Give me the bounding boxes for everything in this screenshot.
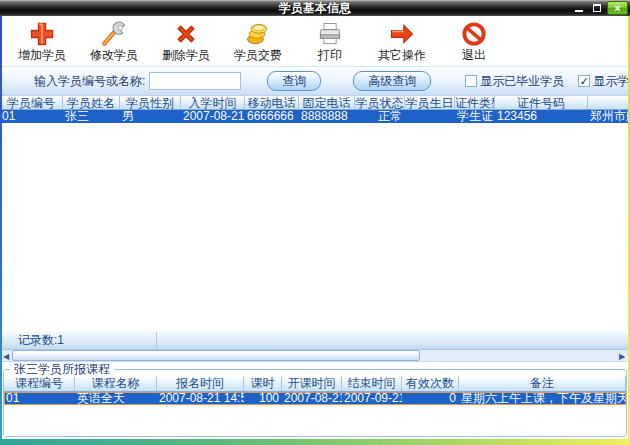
students-table-body[interactable] (0, 123, 630, 331)
record-count-bar: 记录数:1 (0, 331, 630, 350)
toolbar-label: 退出 (462, 48, 486, 62)
cell-course-name: 英语全天 (75, 392, 157, 405)
window-bottom-border (0, 439, 630, 445)
cell-remark: 星期六上午上课，下午及星期天休息 (459, 392, 626, 405)
column-header[interactable]: 学员生日 (405, 96, 455, 109)
student-search-input[interactable] (149, 72, 241, 90)
column-header[interactable]: 固定电话 (299, 96, 355, 109)
cell-id-type: 学生证 (455, 110, 495, 123)
close-button[interactable]: × (607, 1, 628, 15)
maximize-button[interactable] (589, 2, 604, 15)
column-header[interactable]: 学员状态 (355, 96, 405, 109)
column-header[interactable]: 课程编号 (4, 376, 75, 391)
cell-student-id: 01 (0, 110, 63, 123)
cell-address: 郑州市航海 (588, 110, 630, 123)
cell-course-id: 01 (4, 392, 75, 405)
checkbox-label: 显示学员所报课程 (593, 73, 630, 90)
toolbar-label: 修改学员 (90, 48, 138, 62)
column-header[interactable]: 课程名称 (75, 376, 157, 391)
search-bar: 输入学员编号或名称: 查询 高级查询 显示已毕业学员 ✓ 显示学员所报课程 (0, 66, 630, 95)
edit-student-button[interactable]: 修改学员 (86, 20, 142, 62)
cell-start-date: 2007-08-21 (282, 392, 342, 405)
column-header[interactable]: 报名时间 (157, 376, 244, 391)
add-plus-icon (27, 20, 57, 48)
cell-status: 正常 (355, 110, 405, 123)
delete-x-icon (171, 20, 201, 48)
column-header[interactable]: 有效次数 (402, 376, 459, 391)
column-header[interactable]: 证件类型 (455, 96, 495, 109)
cell-enroll-date: 2007-08-21 (181, 110, 245, 123)
column-header[interactable]: 课时 (244, 376, 282, 391)
column-header[interactable]: 开课时间 (282, 376, 342, 391)
no-entry-icon (459, 20, 489, 48)
toolbar-label: 打印 (318, 48, 342, 62)
toolbar-label: 删除学员 (162, 48, 210, 62)
column-header[interactable]: 证件号码 (495, 96, 588, 109)
column-header[interactable]: 学员编号 (0, 96, 63, 109)
minimize-button[interactable] (571, 2, 586, 15)
toolbar-label: 学员交费 (234, 48, 282, 62)
column-header[interactable]: 学员性别 (120, 96, 181, 109)
advanced-query-button[interactable]: 高级查询 (353, 71, 431, 91)
show-courses-checkbox[interactable]: ✓ 显示学员所报课程 (578, 73, 630, 90)
window-title: 学员基本信息 (279, 0, 351, 16)
students-table-header: 学员编号 学员姓名 学员性别 入学时间 移动电话 固定电话 学员状态 学员生日 … (0, 95, 630, 110)
scrollbar-thumb[interactable] (12, 350, 420, 361)
cell-gender: 男 (120, 110, 181, 123)
print-button[interactable]: 打印 (302, 20, 358, 62)
other-operations-button[interactable]: 其它操作 (374, 20, 430, 62)
cell-end-date: 2007-09-21 (342, 392, 402, 405)
toolbar: 增加学员 修改学员 删除学员 学员交费 打印 (0, 16, 630, 66)
cell-mobile: 6666666 (245, 110, 299, 123)
cell-valid-count: 0 (402, 392, 459, 405)
column-header[interactable]: 结束时间 (342, 376, 402, 391)
courses-table-header: 课程编号 课程名称 报名时间 课时 开课时间 结束时间 有效次数 备注 (4, 376, 626, 392)
printer-icon (315, 20, 345, 48)
cell-student-name: 张三 (63, 110, 120, 123)
student-row-selected[interactable]: 01 张三 男 2007-08-21 6666666 8888888 正常 学生… (0, 110, 630, 123)
search-label: 输入学员编号或名称: (34, 73, 145, 90)
student-payment-button[interactable]: 学员交费 (230, 20, 286, 62)
column-header[interactable]: 学员姓名 (63, 96, 120, 109)
title-bar[interactable]: 学员基本信息 × (0, 0, 630, 16)
scroll-right-arrow[interactable]: ▶ (616, 350, 628, 362)
checkbox-label: 显示已毕业学员 (480, 73, 564, 90)
checkbox-box[interactable] (465, 75, 477, 87)
course-row-selected[interactable]: 01 英语全天 2007-08-21 14:50 100 2007-08-21 … (4, 392, 626, 405)
coins-icon (243, 20, 273, 48)
courses-table-body[interactable] (4, 405, 626, 436)
app-window: 学员基本信息 × 增加学员 修改学员 删除学员 (0, 0, 630, 445)
window-left-border (0, 16, 2, 439)
checkbox-box[interactable]: ✓ (578, 75, 590, 87)
record-count: 记录数:1 (0, 332, 64, 349)
toolbar-label: 增加学员 (18, 48, 66, 62)
delete-student-button[interactable]: 删除学员 (158, 20, 214, 62)
courses-groupbox: 张三学员所报课程 课程编号 课程名称 报名时间 课时 开课时间 结束时间 有效次… (3, 369, 627, 437)
toolbar-label: 其它操作 (378, 48, 426, 62)
exit-button[interactable]: 退出 (446, 20, 502, 62)
courses-group-title: 张三学员所报课程 (10, 362, 114, 377)
wrench-icon (99, 20, 129, 48)
horizontal-scrollbar[interactable]: ◀ ▶ (0, 350, 630, 362)
column-header[interactable]: 移动电话 (245, 96, 299, 109)
cell-hours: 100 (244, 392, 282, 405)
column-header[interactable]: 入学时间 (181, 96, 245, 109)
add-student-button[interactable]: 增加学员 (14, 20, 70, 62)
status-divider (156, 332, 157, 349)
show-graduated-checkbox[interactable]: 显示已毕业学员 (465, 73, 564, 90)
cell-birthday (405, 110, 455, 123)
column-header[interactable]: 备注 (459, 376, 626, 391)
arrow-right-icon (387, 20, 417, 48)
cell-id-number: 123456 (495, 110, 588, 123)
cell-phone: 8888888 (299, 110, 355, 123)
cell-signup-time: 2007-08-21 14:50 (157, 392, 244, 405)
column-header[interactable] (588, 96, 630, 109)
query-button[interactable]: 查询 (267, 71, 321, 91)
